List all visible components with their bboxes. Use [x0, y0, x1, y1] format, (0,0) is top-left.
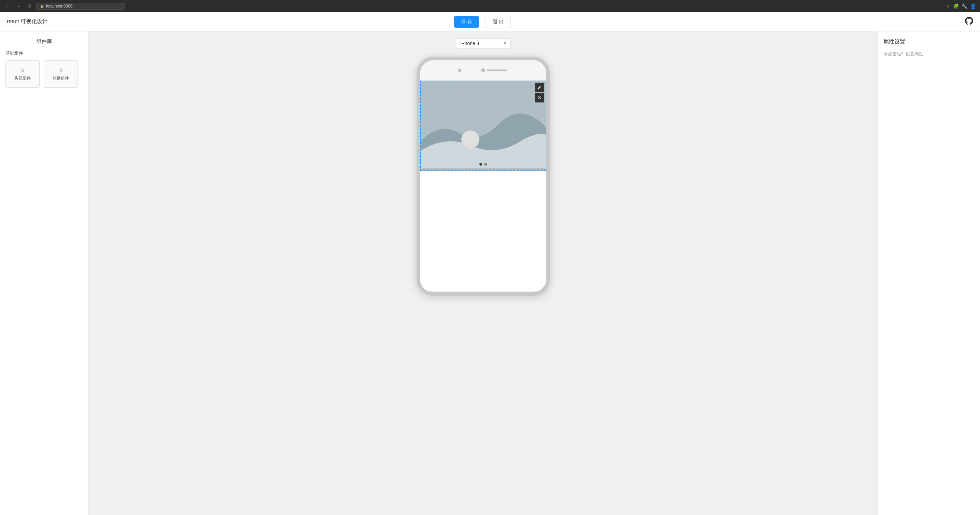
forward-button[interactable]: → [15, 3, 22, 10]
close-icon [537, 95, 542, 100]
device-select[interactable]: iPhone 8 iPhone X iPhone 11 iPad [456, 38, 511, 48]
component-card-header[interactable]: ☆ 头部组件 [5, 60, 40, 88]
properties-panel: 属性设置 请点击组件设置属性 [878, 32, 980, 515]
exit-button[interactable]: 退 出 [485, 16, 511, 28]
sidebar-section-title: 基础组件 [5, 50, 83, 56]
main-layout: 组件库 基础组件 ☆ 头部组件 ☆ 轮播组件 iPhone 8 iPhone X… [0, 32, 980, 515]
phone-sensor [458, 68, 461, 72]
carousel-component[interactable] [420, 81, 546, 171]
device-select-wrapper[interactable]: iPhone 8 iPhone X iPhone 11 iPad ▼ [456, 38, 511, 48]
canvas-toolbar: iPhone 8 iPhone X iPhone 11 iPad ▼ [95, 38, 871, 48]
browser-extension-icons: ☆ 🧩 🔧 👤 [946, 3, 976, 9]
github-icon[interactable] [965, 17, 973, 27]
carousel-component-label: 轮播组件 [52, 75, 69, 81]
phone-mockup [417, 57, 550, 296]
lock-icon: 🔒 [40, 5, 44, 8]
phone-camera [481, 68, 485, 72]
save-button[interactable]: 保 存 [454, 16, 479, 28]
edit-icon [537, 85, 542, 90]
refresh-button[interactable]: ↺ [26, 3, 33, 10]
url-text: localhost:8000 [46, 4, 72, 8]
carousel-dot-1 [479, 163, 482, 165]
properties-title: 属性设置 [883, 38, 975, 45]
sidebar: 组件库 基础组件 ☆ 头部组件 ☆ 轮播组件 [0, 32, 89, 515]
component-grid: ☆ 头部组件 ☆ 轮播组件 [5, 60, 83, 88]
canvas-area: iPhone 8 iPhone X iPhone 11 iPad ▼ [89, 32, 878, 515]
browser-chrome: ← → ↺ 🔒 localhost:8000 ☆ 🧩 🔧 👤 [0, 0, 980, 12]
properties-hint: 请点击组件设置属性 [883, 51, 975, 57]
delete-component-button[interactable] [535, 93, 544, 102]
ext-icon-1[interactable]: 🧩 [953, 3, 959, 9]
ext-icon-2[interactable]: 🔧 [962, 3, 967, 9]
app-header: react 可视化设计 保 存 退 出 [0, 12, 980, 32]
carousel-image-placeholder [421, 81, 546, 170]
carousel-dots [479, 163, 487, 165]
phone-top-bar [420, 60, 546, 81]
url-bar[interactable]: 🔒 localhost:8000 [36, 3, 125, 10]
app-title: react 可视化设计 [7, 18, 447, 25]
carousel-component-icon: ☆ [58, 67, 63, 73]
phone-screen-empty-area [420, 171, 546, 291]
header-component-icon: ☆ [20, 67, 25, 73]
phone-speaker [487, 70, 507, 72]
edit-component-button[interactable] [535, 83, 544, 92]
phone-screen [420, 81, 546, 291]
component-card-carousel[interactable]: ☆ 轮播组件 [44, 60, 78, 88]
sidebar-title: 组件库 [5, 38, 83, 45]
component-actions [535, 83, 544, 102]
back-button[interactable]: ← [4, 3, 12, 10]
user-avatar[interactable]: 👤 [970, 3, 976, 9]
carousel-dot-2 [484, 163, 487, 165]
header-component-label: 头部组件 [14, 75, 31, 81]
star-icon[interactable]: ☆ [946, 3, 950, 9]
svg-point-1 [461, 130, 479, 149]
